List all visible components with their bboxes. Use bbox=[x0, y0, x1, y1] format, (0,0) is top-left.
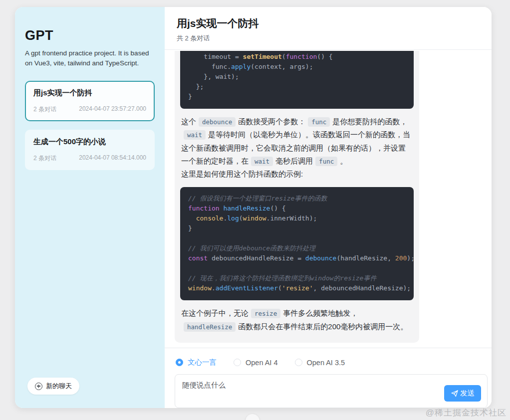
radio-icon bbox=[234, 359, 241, 366]
send-button[interactable]: 发送 bbox=[444, 385, 481, 402]
app-window: GPT A gpt frontend practice project. It … bbox=[15, 7, 492, 408]
scroll-down-button[interactable] bbox=[246, 414, 259, 420]
new-chat-button[interactable]: 新的聊天 bbox=[27, 378, 79, 395]
conversation-title: 用js实现一个防抖 bbox=[177, 16, 480, 30]
model-radio-wenxin[interactable]: 文心一言 bbox=[176, 358, 217, 367]
new-chat-label: 新的聊天 bbox=[46, 382, 72, 391]
model-selector: 文心一言 Open AI 4 Open AI 3.5 bbox=[175, 356, 488, 374]
conversation-header: 用js实现一个防抖 共 2 条对话 bbox=[165, 7, 492, 50]
message-paragraph: 这个debounce函数接受两个参数：func是你想要防抖的函数，wait是等待… bbox=[181, 115, 413, 181]
sidebar: GPT A gpt frontend practice project. It … bbox=[15, 7, 165, 408]
main-panel: 用js实现一个防抖 共 2 条对话 timeout = setTimeout(f… bbox=[165, 7, 492, 408]
model-radio-openai4[interactable]: Open AI 4 bbox=[234, 359, 278, 367]
model-radio-label: 文心一言 bbox=[188, 358, 217, 367]
model-radio-label: Open AI 4 bbox=[246, 359, 278, 367]
model-radio-openai35[interactable]: Open AI 3.5 bbox=[295, 359, 345, 367]
send-button-label: 发送 bbox=[460, 389, 475, 398]
code-block-debounce-tail: timeout = setTimeout(function() { func.a… bbox=[180, 51, 414, 109]
message-paragraph: 在这个例子中，无论resize事件多么频繁地触发，handleResize函数都… bbox=[181, 307, 413, 333]
chat-item-title: 生成一个500字的小说 bbox=[33, 137, 146, 147]
message-input[interactable] bbox=[175, 375, 487, 408]
chat-item-time: 2024-04-07 23:57:27.000 bbox=[79, 105, 146, 114]
chat-item-time: 2024-04-07 08:54:14.000 bbox=[79, 154, 146, 163]
conversation-subtitle: 共 2 条对话 bbox=[177, 34, 480, 43]
watermark: @稀土掘金技术社区 bbox=[426, 407, 507, 419]
chat-list-item-debounce[interactable]: 用js实现一个防抖 2 条对话 2024-04-07 23:57:27.000 bbox=[25, 81, 155, 121]
composer-footer: 文心一言 Open AI 4 Open AI 3.5 bbox=[165, 348, 492, 408]
radio-icon bbox=[176, 359, 183, 366]
message-input-container: 发送 bbox=[175, 374, 488, 408]
chat-item-title: 用js实现一个防抖 bbox=[33, 88, 146, 98]
chat-item-count: 2 条对话 bbox=[33, 154, 56, 163]
model-radio-label: Open AI 3.5 bbox=[307, 359, 345, 367]
chat-list: 用js实现一个防抖 2 条对话 2024-04-07 23:57:27.000 … bbox=[25, 81, 155, 170]
chat-list-item-novel[interactable]: 生成一个500字的小说 2 条对话 2024-04-07 08:54:14.00… bbox=[25, 130, 155, 170]
app-title: GPT bbox=[25, 28, 155, 43]
app-description: A gpt frontend practice project. It is b… bbox=[25, 48, 155, 69]
assistant-message-bubble: timeout = setTimeout(function() { func.a… bbox=[175, 51, 419, 343]
chat-item-count: 2 条对话 bbox=[33, 105, 56, 114]
plus-circle-icon bbox=[35, 383, 42, 390]
message-scroll-area[interactable]: timeout = setTimeout(function() { func.a… bbox=[165, 50, 492, 348]
radio-icon bbox=[295, 359, 302, 366]
code-block-usage-example: // 假设我们有一个处理窗口resize事件的函数function handle… bbox=[180, 187, 414, 300]
paper-plane-icon bbox=[451, 390, 459, 398]
